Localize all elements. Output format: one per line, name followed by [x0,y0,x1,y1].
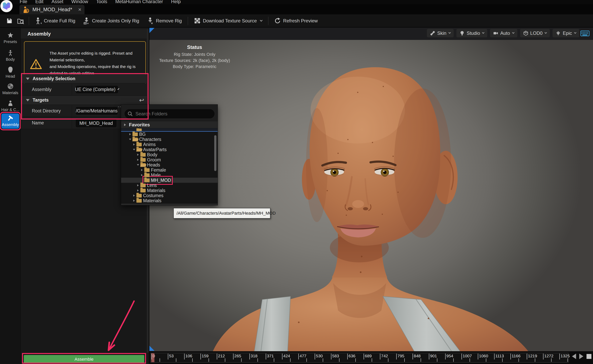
tree-item-label: AvatarParts [143,147,167,152]
menu-item[interactable]: Edit [35,0,43,4]
sidebar-item-hair-clothing[interactable]: Hair & C... [0,100,21,112]
search-folders-input[interactable]: Search Folders [125,109,215,118]
tab-bar: $ MH_MOD_Head* × [0,4,593,14]
tree-item-lens[interactable]: Lens [121,183,218,188]
create-full-rig-button[interactable]: + Create Full Rig [31,14,79,27]
name-input[interactable]: MH_MOD_Head [76,119,116,127]
expand-arrow-icon[interactable] [132,194,136,197]
remove-rig-button[interactable]: × Remove Rig [143,14,186,27]
menu-item[interactable]: Asset [52,0,63,4]
reset-to-default-icon[interactable]: ↩ [139,97,144,104]
camera-auto-dropdown[interactable]: Auto [490,29,517,37]
sidebar-item-presets[interactable]: Presets [0,32,21,44]
sidebar-item-materials[interactable]: Materials [0,83,21,95]
stop-icon[interactable] [586,354,591,359]
sidebar-item-assembly[interactable]: Assembly [1,113,19,129]
tick-label: 159 [202,354,209,358]
folder-icon [144,178,150,182]
view-button-label: LOD0 [530,31,543,36]
tree-item-groom[interactable]: Groom [121,157,218,162]
tick-major [478,354,478,359]
metahuman-logo[interactable] [0,0,13,12]
expand-arrow-icon[interactable] [132,199,136,202]
tick-label: 318 [251,354,257,358]
panel-title: Assembly [27,31,51,37]
download-texture-source-button[interactable]: Download Texture Source [190,14,266,27]
create-joints-only-rig-label: Create Joints Only Rig [92,18,139,24]
browse-to-asset-button[interactable] [15,14,27,27]
tick-major [462,354,462,359]
refresh-preview-button[interactable]: Refresh Preview [270,14,322,27]
assembly-dropdown[interactable]: UE Cine (Complete) [76,86,118,93]
tick-label: 795 [398,354,404,358]
tree-item-partial[interactable] [121,128,218,132]
favorites-section[interactable]: Favorites [121,121,218,128]
timeline-ruler[interactable]: 0531061592122653183714244775305836366897… [150,353,569,363]
folder-icon [132,137,138,141]
folder-icon [137,148,142,151]
studio-lighting-dropdown[interactable]: Studio [456,29,487,37]
expand-arrow-icon[interactable] [136,164,140,166]
expand-arrow-icon[interactable] [140,173,144,177]
expand-arrow-icon[interactable] [132,148,136,151]
keyboard-shortcuts-icon[interactable] [580,30,589,37]
skeleton-remove-icon: × [147,17,154,24]
timeline-bar: 0531061592122653183714244775305836366897… [149,351,593,364]
create-joints-only-rig-button[interactable]: + Create Joints Only Rig [79,14,143,27]
menu-item[interactable]: Help [171,0,181,4]
close-tab-icon[interactable]: × [78,7,81,12]
sidebar-item-label: Presets [4,39,17,44]
root-directory-input[interactable]: /Game/MetaHumans [76,107,117,115]
tab-mh-mod-head[interactable]: $ MH_MOD_Head* × [20,5,85,14]
sidebar-item-body[interactable]: Body [0,50,21,62]
expand-arrow-icon[interactable] [140,168,144,172]
expand-arrow-icon[interactable] [136,153,140,156]
sidebar-item-label: Head [6,74,15,79]
menu-item[interactable]: MetaHuman Character [115,0,163,4]
tick-minor [160,358,160,362]
menu-item[interactable]: File [20,0,27,4]
svg-text:×: × [151,21,153,24]
save-button[interactable] [4,14,15,27]
expand-arrow-icon[interactable] [136,158,140,162]
tick-major [201,354,201,359]
tree-scrollbar[interactable] [214,135,216,171]
tree-item-body[interactable]: Body [121,152,218,157]
tree-item-female[interactable]: Female [121,168,218,173]
tree-item-materials[interactable]: Materials [121,188,218,193]
menu-item[interactable]: Window [71,0,88,4]
skin-view-dropdown[interactable]: Skin [427,29,454,37]
play-icon[interactable] [579,354,583,359]
expand-arrow-icon[interactable] [136,184,140,187]
sidebar-item-head[interactable]: Head [0,66,21,79]
root-directory-label: Root Directory [32,108,61,113]
tree-item-heads[interactable]: Heads [121,162,218,168]
tick-major [559,354,560,359]
assemble-button[interactable]: Assemble [24,355,144,364]
tab-title: MH_MOD_Head* [33,6,72,13]
expand-arrow-icon[interactable] [136,189,140,192]
section-assembly-selection[interactable]: Assembly Selection [21,74,147,83]
tree-item-mh_mod[interactable]: MH_MOD [121,178,218,183]
section-targets[interactable]: Targets [21,96,147,105]
tree-item-costumes[interactable]: Costumes [121,193,218,198]
tick-minor [535,358,535,362]
tree-item-anims[interactable]: Anims [121,142,218,147]
tree-item-avatarparts[interactable]: AvatarParts [121,147,218,152]
quality-epic-dropdown[interactable]: Epic [553,29,579,37]
tree-item-characters[interactable]: Characters [121,137,218,142]
expand-arrow-icon[interactable] [128,132,132,136]
expand-arrow-icon[interactable] [128,138,132,141]
menu-item[interactable]: Tools [96,0,107,4]
expand-arrow-icon[interactable] [132,143,136,146]
step-back-icon[interactable] [572,354,576,359]
lod-dropdown[interactable]: LOD0 [520,29,550,37]
tree-item-materials[interactable]: Materials [121,198,218,203]
tick-minor [519,358,519,362]
tick-major [543,354,543,359]
tree-item-bg[interactable]: BG [121,132,218,137]
warning-triangle-icon [30,58,42,70]
mode-sidebar: Presets Body Head [0,27,21,364]
tree-item-male[interactable]: Male [121,173,218,178]
tick-label: 212 [218,354,225,358]
